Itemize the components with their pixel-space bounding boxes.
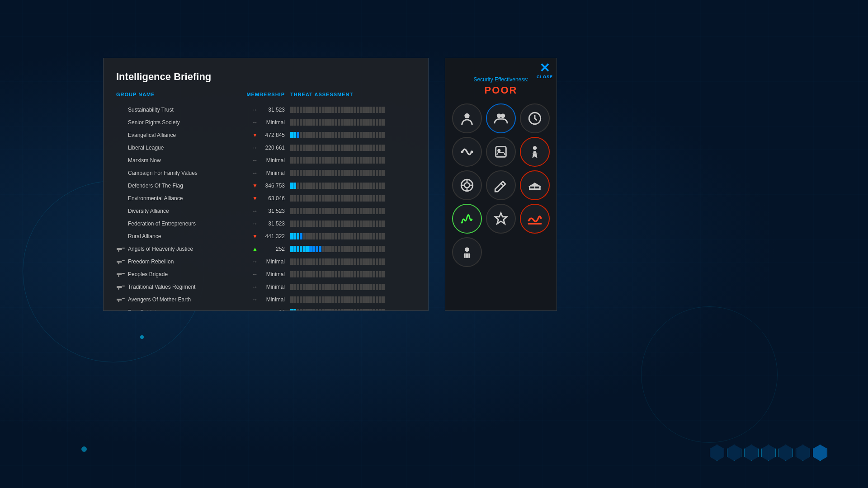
group-name-cell: Evangelical Alliance xyxy=(116,131,236,140)
membership-value: 31,523 xyxy=(260,221,285,227)
empty-icon xyxy=(116,181,125,190)
table-row[interactable]: Federation of Entrepreneurs↔31,523 xyxy=(116,217,415,230)
table-row[interactable]: Environmental Alliance▼63,046 xyxy=(116,192,415,205)
table-row[interactable]: Traditional Values Regiment↔Minimal xyxy=(116,281,415,293)
threat-bar xyxy=(290,232,415,240)
table-row[interactable]: Liberal League↔220,661 xyxy=(116,141,415,154)
hex-item xyxy=(761,445,776,461)
table-row[interactable]: Angels of Heavenly Justice▲252 xyxy=(116,243,415,255)
threat-bar xyxy=(290,169,415,177)
membership-cell: ↔Minimal xyxy=(236,296,290,303)
membership-value: Minimal xyxy=(260,157,285,164)
table-row[interactable]: Defenders Of The Flag▼346,753 xyxy=(116,179,415,192)
membership-value: 94 xyxy=(260,309,285,310)
membership-value: Minimal xyxy=(260,119,285,126)
decorative-dot-1 xyxy=(81,446,87,452)
svg-point-38 xyxy=(500,113,505,118)
svg-point-46 xyxy=(464,183,469,188)
membership-arrow-icon: ▼ xyxy=(252,132,258,138)
wave-chart-icon[interactable] xyxy=(452,204,482,234)
threat-cell xyxy=(290,207,415,215)
svg-point-43 xyxy=(497,149,500,152)
svg-rect-55 xyxy=(464,253,470,258)
intel-table-body[interactable]: Sustainability Trust↔31,523Senior Rights… xyxy=(116,103,415,310)
membership-cell: ↔Minimal xyxy=(236,271,290,277)
threat-cell xyxy=(290,118,415,127)
threat-cell xyxy=(290,144,415,152)
svg-point-37 xyxy=(497,113,501,118)
threat-cell xyxy=(290,156,415,164)
official-person-icon[interactable] xyxy=(452,237,482,267)
table-row[interactable]: Freedom Rebellion↔Minimal xyxy=(116,255,415,268)
svg-point-40 xyxy=(461,150,463,153)
scale-icon[interactable] xyxy=(486,204,516,234)
table-row[interactable]: Peoples Brigade↔Minimal xyxy=(116,268,415,281)
membership-arrow-icon: ↔ xyxy=(252,271,258,277)
effectiveness-label-text: Security Effectiveness: xyxy=(473,76,528,83)
person-standing-icon[interactable] xyxy=(520,137,550,167)
group-name-text: Defenders Of The Flag xyxy=(128,183,183,189)
infinity-icon[interactable] xyxy=(452,137,482,167)
svg-rect-2 xyxy=(118,250,119,252)
group-icon[interactable] xyxy=(486,103,516,133)
table-row[interactable]: Avengers Of Mother Earth↔Minimal xyxy=(116,293,415,306)
id-card-icon[interactable] xyxy=(486,137,516,167)
svg-rect-17 xyxy=(122,298,125,299)
col-header-membership: MEMBERSHIP xyxy=(236,92,290,97)
membership-cell: ↔31,523 xyxy=(236,221,290,227)
close-button[interactable]: ✕ CLOSE xyxy=(537,62,553,79)
empty-icon xyxy=(116,169,125,178)
membership-arrow-icon: ↔ xyxy=(252,170,258,176)
gear-icon[interactable] xyxy=(452,170,482,200)
group-name-text: Environmental Alliance xyxy=(128,195,183,202)
table-row[interactable]: Campaign For Family Values↔Minimal xyxy=(116,167,415,179)
group-name-text: Peoples Brigade xyxy=(128,271,168,277)
membership-value: 220,661 xyxy=(260,145,285,151)
group-name-cell: Sustainability Trust xyxy=(116,105,236,114)
col-header-threat: THREAT ASSESSMENT xyxy=(290,92,415,97)
group-name-text: Liberal League xyxy=(128,145,164,151)
membership-cell: ▼472,845 xyxy=(236,132,290,138)
threat-cell xyxy=(290,182,415,190)
plane-icon[interactable] xyxy=(520,170,550,200)
membership-arrow-icon: ↔ xyxy=(252,145,258,151)
svg-rect-19 xyxy=(121,299,122,300)
svg-rect-42 xyxy=(496,147,506,157)
empty-icon xyxy=(116,194,125,203)
membership-value: Minimal xyxy=(260,296,285,303)
pencil-icon[interactable] xyxy=(486,170,516,200)
membership-arrow-icon: ↔ xyxy=(252,284,258,290)
table-row[interactable]: Diversity Alliance↔31,523 xyxy=(116,205,415,217)
water-wave-icon[interactable] xyxy=(520,204,550,234)
membership-value: 346,753 xyxy=(260,183,285,189)
gun-icon xyxy=(116,270,125,279)
person-icon[interactable] xyxy=(452,103,482,133)
empty-icon xyxy=(116,219,125,228)
svg-rect-14 xyxy=(118,288,119,290)
table-row[interactable]: Rural Alliance▼441,322 xyxy=(116,230,415,243)
group-name-text: Angels of Heavenly Justice xyxy=(128,246,193,252)
empty-icon xyxy=(116,156,125,165)
empty-icon xyxy=(116,118,125,127)
table-row[interactable]: Marxism Now↔Minimal xyxy=(116,154,415,167)
threat-cell xyxy=(290,283,415,291)
gun-icon xyxy=(116,295,125,304)
svg-rect-9 xyxy=(122,273,125,274)
intel-table-header: GROUP NAME MEMBERSHIP THREAT ASSESSMENT xyxy=(116,92,415,101)
table-row[interactable]: Sustainability Trust↔31,523 xyxy=(116,103,415,116)
group-name-cell: Marxism Now xyxy=(116,156,236,165)
threat-bar xyxy=(290,131,415,139)
table-row[interactable]: Evangelical Alliance▼472,845 xyxy=(116,129,415,141)
membership-cell: ↔Minimal xyxy=(236,119,290,126)
membership-value: 472,845 xyxy=(260,132,285,138)
group-name-cell: Angels of Heavenly Justice xyxy=(116,244,236,253)
group-name-text: Freedom Rebellion xyxy=(128,258,174,265)
svg-rect-18 xyxy=(118,300,119,302)
group-name-cell: Diversity Alliance xyxy=(116,206,236,216)
table-row[interactable]: True Patriots↔94 xyxy=(116,306,415,310)
threat-cell xyxy=(290,308,415,310)
table-row[interactable]: Senior Rights Society↔Minimal xyxy=(116,116,415,129)
clock-icon[interactable] xyxy=(520,103,550,133)
svg-point-41 xyxy=(470,150,473,153)
membership-value: 31,523 xyxy=(260,208,285,214)
